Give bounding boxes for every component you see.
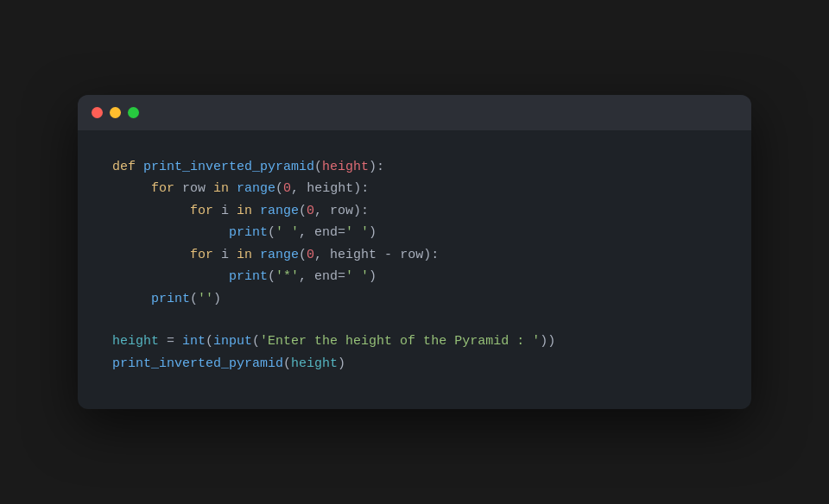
code-line-3: for i in range(0, row):	[112, 200, 717, 223]
code-window: def print_inverted_pyramid(height): for …	[78, 95, 751, 410]
maximize-dot[interactable]	[128, 107, 139, 118]
code-line-9: print_inverted_pyramid(height)	[112, 353, 717, 375]
code-line-6: print('*', end=' ')	[112, 266, 717, 288]
close-dot[interactable]	[92, 107, 103, 118]
code-line-7: print('')	[112, 288, 717, 311]
code-line-1: def print_inverted_pyramid(height):	[112, 156, 717, 179]
code-line-4: print(' ', end=' ')	[112, 222, 717, 244]
code-spacer	[112, 310, 717, 331]
code-editor: def print_inverted_pyramid(height): for …	[78, 130, 751, 410]
code-line-2: for row in range(0, height):	[112, 178, 717, 200]
code-line-8: height = int(input('Enter the height of …	[112, 331, 717, 353]
code-line-5: for i in range(0, height - row):	[112, 244, 717, 267]
title-bar	[78, 95, 751, 130]
minimize-dot[interactable]	[110, 107, 121, 118]
